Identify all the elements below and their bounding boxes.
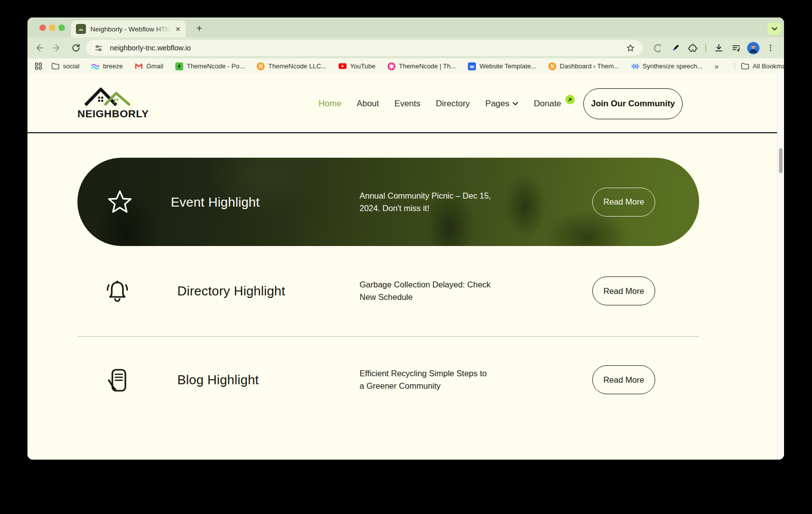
bookmark-gmail[interactable]: Gmail <box>135 62 163 70</box>
window-minimize-button[interactable] <box>49 24 55 31</box>
tab-strip: Neighborly - Webflow HTML ✕ + <box>27 17 784 37</box>
tab-close-icon[interactable]: ✕ <box>175 25 181 33</box>
gmail-icon <box>135 62 143 70</box>
folder-icon <box>741 62 749 70</box>
main-nav: Home About Events Directory Pages Donate <box>319 74 575 133</box>
back-icon[interactable] <box>32 41 45 54</box>
nav-donate[interactable]: Donate <box>534 99 575 109</box>
extension-logo-icon[interactable] <box>651 41 664 54</box>
site-logo[interactable]: NEIGHBORLY <box>77 85 137 120</box>
folder-icon <box>51 62 59 70</box>
menu-dots-icon[interactable] <box>764 41 777 54</box>
note-pen-icon <box>105 367 130 392</box>
youtube-icon <box>339 62 347 70</box>
url-text: neighborly-tnc.webflow.io <box>110 44 191 52</box>
svg-text:w: w <box>469 63 474 69</box>
all-bookmarks-button[interactable]: All Bookmarks <box>741 62 784 70</box>
bell-icon <box>105 278 130 303</box>
window-zoom-button[interactable] <box>58 24 65 31</box>
highlight-title: Directory Highlight <box>177 283 285 299</box>
color-picker-pen-icon[interactable] <box>669 41 682 54</box>
join-community-button[interactable]: Join Our Community <box>583 88 683 119</box>
highlight-title: Blog Highlight <box>177 372 259 388</box>
webflow-w-icon: w <box>468 62 476 70</box>
bookmark-themencode-th[interactable]: ThemeNcode | Th... <box>388 62 456 70</box>
read-more-button[interactable]: Read More <box>592 276 655 305</box>
toolbar-separator <box>705 43 706 52</box>
profile-avatar[interactable] <box>747 42 760 54</box>
site-header: NEIGHBORLY Home About Events Directory P… <box>27 74 784 133</box>
bookmarks-separator <box>735 62 735 70</box>
orange-n-icon: N <box>548 62 556 70</box>
orange-n-icon: N <box>257 62 265 70</box>
bookmarks-overflow-icon[interactable]: » <box>715 62 719 70</box>
event-highlight-card: Event Highlight Annual Community Picnic … <box>77 158 699 246</box>
pink-asterisk-icon <box>388 62 396 70</box>
downloads-icon[interactable] <box>712 41 725 54</box>
nav-directory[interactable]: Directory <box>436 99 470 109</box>
green-bolt-icon <box>175 62 183 70</box>
row-divider <box>77 336 699 337</box>
highlight-text: Garbage Collection Delayed: Check New Sc… <box>360 278 509 303</box>
highlight-text: Efficient Recycling Simple Steps to a Gr… <box>360 367 509 392</box>
bookmark-synthesize-speech[interactable]: Synthesize speech... <box>631 62 703 70</box>
svg-text:N: N <box>259 63 263 69</box>
bookmark-themencode-po[interactable]: ThemeNcode - Po... <box>175 62 245 70</box>
bookmark-themencode-llc[interactable]: N ThemeNcode LLC... <box>257 62 326 70</box>
site-favicon-icon <box>76 24 86 34</box>
breeze-waves-icon <box>91 62 99 70</box>
svg-text:N: N <box>550 63 554 69</box>
nav-pages[interactable]: Pages <box>485 99 518 109</box>
blog-highlight-row: Blog Highlight Efficient Recycling Simpl… <box>77 351 699 409</box>
url-bar[interactable]: neighborly-tnc.webflow.io <box>86 40 643 56</box>
read-more-button[interactable]: Read More <box>592 365 655 394</box>
browser-toolbar: neighborly-tnc.webflow.io <box>27 37 784 58</box>
forward-icon[interactable] <box>50 41 63 54</box>
extensions-puzzle-icon[interactable] <box>686 41 699 54</box>
chevron-down-icon <box>512 102 518 106</box>
highlight-title: Event Highlight <box>171 194 260 210</box>
page-content: NEIGHBORLY Home About Events Directory P… <box>27 74 784 460</box>
window-close-button[interactable] <box>39 24 46 31</box>
bookmark-youtube[interactable]: YouTube <box>339 62 376 70</box>
bookmarks-bar: social breeze Gmail ThemeNcode - Po... N… <box>27 58 784 74</box>
media-controls-icon[interactable] <box>730 41 743 54</box>
waveform-icon <box>631 62 639 70</box>
highlight-text: Annual Community Picnic – Dec 15, 2024. … <box>360 190 509 215</box>
tab-title: Neighborly - Webflow HTML <box>90 25 170 33</box>
logo-text: NEIGHBORLY <box>77 108 137 120</box>
logo-houses-icon <box>79 85 135 107</box>
tab-search-button[interactable] <box>768 22 781 35</box>
arrow-up-right-icon <box>567 97 572 102</box>
scrollbar-thumb[interactable] <box>779 148 783 173</box>
bookmark-breeze[interactable]: breeze <box>91 62 123 70</box>
apps-grid-icon[interactable] <box>34 62 42 70</box>
bookmark-social[interactable]: social <box>51 62 79 70</box>
new-tab-button[interactable]: + <box>192 21 206 35</box>
reload-icon[interactable] <box>69 41 82 54</box>
site-settings-icon[interactable] <box>92 41 105 54</box>
browser-tab[interactable]: Neighborly - Webflow HTML ✕ <box>71 20 186 37</box>
browser-window: Neighborly - Webflow HTML ✕ + neighborly… <box>27 17 784 460</box>
bookmark-website-template[interactable]: w Website Template... <box>468 62 536 70</box>
star-icon <box>107 190 132 215</box>
directory-highlight-row: Directory Highlight Garbage Collection D… <box>77 262 699 320</box>
nav-about[interactable]: About <box>357 99 379 109</box>
page-scrollbar[interactable] <box>777 74 784 460</box>
bookmark-dashboard[interactable]: N Dashboard ‹ Them... <box>548 62 619 70</box>
nav-events[interactable]: Events <box>395 99 420 109</box>
nav-home[interactable]: Home <box>319 99 341 109</box>
read-more-button[interactable]: Read More <box>592 188 655 217</box>
bookmark-star-icon[interactable] <box>624 41 637 54</box>
donate-arrow-badge <box>565 95 575 104</box>
